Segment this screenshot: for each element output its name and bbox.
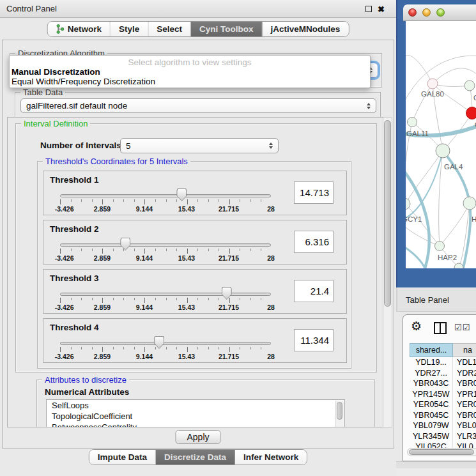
tick-label: -3.426 (55, 353, 74, 360)
table-row[interactable]: YDR27...YDR2 (410, 368, 476, 379)
slider-track[interactable] (60, 194, 271, 197)
numerical-attributes-list[interactable]: SelfLoops TopologicalCoefficient Between… (46, 399, 345, 427)
list-item[interactable]: SelfLoops (47, 400, 344, 411)
tab-style[interactable]: Style (111, 22, 148, 36)
node-hap2[interactable] (435, 242, 445, 251)
threshold-4-slider[interactable]: -3.426 2.859 9.144 15.43 21.715 28 (60, 334, 271, 362)
interval-definition-group: Interval Definition Number of Intervals … (15, 123, 377, 372)
node-label-gcy1: GCY1 (406, 215, 422, 223)
tab-select[interactable]: Select (148, 22, 191, 36)
cell[interactable]: YBL079W (410, 420, 453, 431)
column-header-shared-name[interactable]: shared... (410, 343, 453, 357)
node-h[interactable] (463, 197, 476, 210)
popup-item-manual-discretization[interactable]: Manual Discretization (12, 67, 100, 77)
close-icon[interactable]: ✖ (378, 5, 385, 13)
screen: Control Panel ✖ Network Style Select Cyn (0, 0, 476, 476)
table-row[interactable]: YER054CYER0 (410, 399, 476, 410)
slider-track[interactable] (60, 243, 271, 247)
threshold-3-slider[interactable]: -3.426 2.859 9.144 15.43 21.715 28 (60, 285, 271, 313)
node-attribute-table: shared... na YDL19...YDL1 YDR27...YDR2 Y… (410, 343, 476, 452)
cell[interactable]: YBR0 (453, 378, 476, 389)
gear-icon[interactable]: ⚙ (411, 320, 422, 332)
table-horizontal-scrollbar[interactable] (407, 448, 476, 456)
cell[interactable]: YBR043C (410, 378, 453, 389)
float-window-icon[interactable] (365, 6, 372, 12)
tab-impute-data[interactable]: Impute Data (89, 450, 156, 464)
threshold-4-value-field[interactable]: 11.344 (294, 329, 334, 351)
table-row[interactable]: YDL19...YDL1 (410, 357, 476, 368)
cell[interactable]: YBR045C (410, 410, 453, 421)
network-canvas[interactable]: GAL80 G C GAL11 GAL4 GCY1 H HAP2 (406, 21, 476, 268)
column-header-name[interactable]: na (453, 343, 476, 357)
threshold-1-value-field[interactable]: 14.713 (294, 181, 334, 204)
threshold-3-panel: Threshold 3 -3.426 2.859 9.144 15.43 (43, 269, 347, 314)
cell[interactable]: YDR27... (410, 368, 453, 379)
tick-label: 15.43 (178, 353, 195, 360)
tick-label: 15.43 (178, 303, 195, 311)
list-item[interactable]: TopologicalCoefficient (47, 411, 344, 422)
node-partial-top-right[interactable] (464, 81, 475, 91)
table-data-combobox[interactable]: galFiltered.sif default node (20, 98, 376, 113)
list-item[interactable]: BetweennessCentrality (47, 422, 344, 427)
zoom-traffic-light-icon[interactable] (436, 8, 445, 17)
cell[interactable]: YDR2 (453, 368, 476, 379)
threshold-1-panel: Threshold 1 -3.426 2.859 9.144 15.43 (43, 171, 347, 215)
attributes-list-scrollbar[interactable] (335, 401, 344, 427)
tab-jactivemnodules[interactable]: jActiveMNodules (263, 22, 349, 36)
bottom-tab-bar: Impute Data Discretize Data Infer Networ… (89, 449, 307, 465)
apply-button[interactable]: Apply (175, 430, 220, 444)
tab-jactive-label: jActiveMNodules (271, 24, 341, 34)
table-row[interactable]: YLR345WYLR3 (410, 431, 476, 442)
combo-stepper-icon (269, 142, 273, 149)
node-label-h-partial: H (472, 215, 476, 223)
network-window-titlebar[interactable] (403, 4, 476, 21)
number-of-intervals-combobox[interactable]: 5 (120, 138, 279, 153)
tab-discretize-data[interactable]: Discretize Data (156, 450, 235, 464)
table-row[interactable]: YPR145WYPR1 (410, 389, 476, 400)
table-row[interactable]: YBL079WYBL0 (410, 420, 476, 431)
node-gal80[interactable] (427, 79, 438, 89)
tab-cyni-toolbox[interactable]: Cyni Toolbox (191, 22, 263, 36)
cell[interactable]: YBR0 (453, 410, 476, 421)
threshold-2-slider[interactable]: -3.426 2.859 9.144 15.43 21.715 28 (60, 236, 271, 264)
table-panel-titlebar: Table Panel (396, 288, 476, 312)
slider-track[interactable] (60, 293, 271, 296)
tick-label: 21.715 (219, 254, 239, 262)
cell[interactable]: YLR345W (410, 431, 453, 442)
cell[interactable]: YDL1 (453, 357, 476, 368)
cyni-content-panel: Discretization Algorithm Select algorith… (2, 40, 394, 449)
table-data-group-label: Table Data (20, 88, 65, 97)
cell[interactable]: YPR145W (410, 389, 453, 400)
tick-label: 21.715 (219, 353, 239, 360)
tab-network-label: Network (68, 24, 102, 34)
threshold-label: Threshold 1 (50, 175, 99, 185)
scrollbar-thumb[interactable] (384, 120, 391, 307)
table-row[interactable]: YBR043CYBR0 (410, 378, 476, 389)
cell[interactable]: YER054C (410, 399, 453, 410)
tab-network[interactable]: Network (48, 22, 111, 36)
table-row[interactable]: YBR045CYBR0 (410, 410, 476, 421)
node-selected-red[interactable] (466, 107, 476, 119)
cell[interactable]: YBL0 (453, 420, 476, 431)
minimize-traffic-light-icon[interactable] (422, 8, 431, 17)
number-of-intervals-label: Number of Intervals (40, 141, 121, 150)
scrollbar-thumb[interactable] (409, 449, 474, 455)
popup-item-equal-width[interactable]: Equal Width/Frequency Discretization (12, 77, 155, 86)
threshold-1-slider[interactable]: -3.426 2.859 9.144 15.43 21.715 28 (60, 187, 271, 215)
settings-vertical-scrollbar[interactable] (383, 117, 392, 428)
threshold-2-value-field[interactable]: 6.316 (294, 231, 334, 253)
cell[interactable]: YLR3 (453, 431, 476, 442)
node-gcy1[interactable] (406, 198, 410, 210)
node-gal11[interactable] (408, 118, 417, 127)
columns-icon[interactable] (434, 322, 447, 334)
cell[interactable]: YER0 (453, 399, 476, 410)
select-checkboxes-icon[interactable]: ☑☑ (454, 323, 470, 332)
tab-infer-network[interactable]: Infer Network (235, 450, 307, 464)
network-icon (56, 24, 65, 34)
close-traffic-light-icon[interactable] (408, 8, 417, 17)
cell[interactable]: YPR1 (453, 389, 476, 400)
slider-track[interactable] (60, 342, 271, 345)
node-gal4[interactable] (436, 144, 450, 158)
cell[interactable]: YDL19... (410, 357, 453, 368)
threshold-3-value-field[interactable]: 21.4 (294, 280, 334, 302)
